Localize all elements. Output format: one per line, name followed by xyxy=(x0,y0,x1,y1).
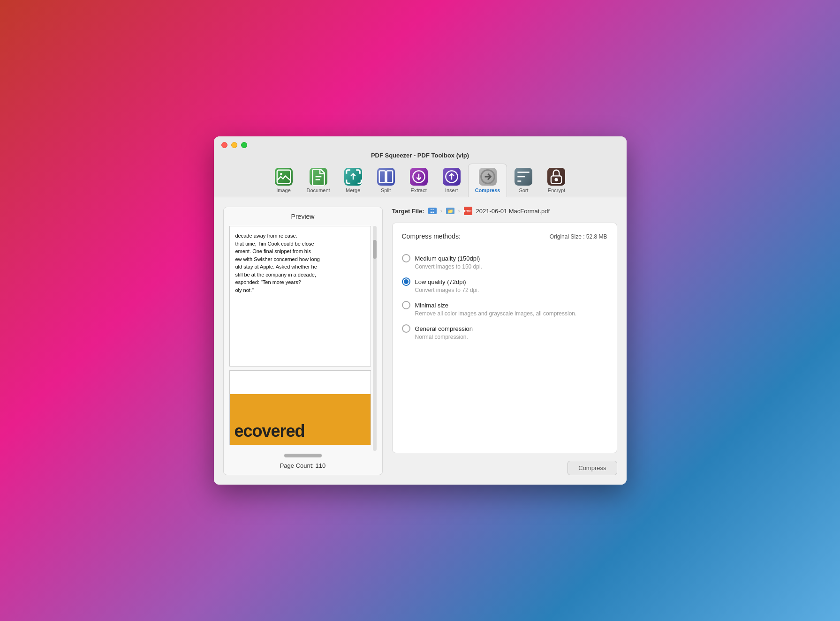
sort-icon xyxy=(515,168,532,186)
preview-page-1: decade away from release. that time, Tim… xyxy=(229,226,371,367)
toolbar-label-split: Split xyxy=(381,187,391,193)
toolbar-item-encrypt[interactable]: Encrypt xyxy=(540,164,573,197)
toolbar: Image Document Merge Split xyxy=(263,164,578,197)
svg-rect-0 xyxy=(277,170,290,184)
image-icon xyxy=(275,168,293,186)
preview-scroll-area: decade away from release. that time, Tim… xyxy=(229,226,371,451)
original-size-label: Original Size : 52.8 MB xyxy=(550,233,607,240)
radio-dot-low xyxy=(404,279,409,284)
document-icon xyxy=(310,168,327,186)
toolbar-label-insert: Insert xyxy=(445,187,458,193)
merge-icon xyxy=(344,168,362,186)
vertical-scrollbar[interactable] xyxy=(373,226,377,451)
radio-medium[interactable] xyxy=(402,254,410,262)
radio-option-minimal[interactable]: Minimal size Remove all color images and… xyxy=(402,301,607,317)
preview-text-line-3: ement. One final snippet from his xyxy=(235,247,365,255)
app-window: PDF Squeezer - PDF Toolbox (vip) Image D… xyxy=(214,136,627,485)
radio-label-minimal: Minimal size xyxy=(415,302,449,309)
preview-title: Preview xyxy=(291,213,315,220)
path-sep-2: › xyxy=(458,208,460,214)
radio-option-medium[interactable]: Medium quality (150dpi) Convert images t… xyxy=(402,254,607,270)
radio-low[interactable] xyxy=(402,277,410,286)
scrollbar-thumb[interactable] xyxy=(373,240,377,259)
compress-button[interactable]: Compress xyxy=(568,461,617,475)
fullscreen-button[interactable] xyxy=(241,142,247,148)
split-icon xyxy=(377,168,395,186)
titlebar: PDF Squeezer - PDF Toolbox (vip) Image D… xyxy=(214,136,627,197)
radio-minimal[interactable] xyxy=(402,301,410,309)
window-title: PDF Squeezer - PDF Toolbox (vip) xyxy=(371,152,469,159)
svg-point-14 xyxy=(555,179,558,181)
preview-page-2-yellow: ecovered xyxy=(230,394,371,445)
preview-text-line-8: oly not." xyxy=(235,286,365,294)
radio-option-low[interactable]: Low quality (72dpi) Convert images to 72… xyxy=(402,277,607,293)
traffic-lights xyxy=(221,142,247,148)
horizontal-scrollbar[interactable] xyxy=(284,454,322,457)
path-pdf-icon: PDF xyxy=(464,207,472,215)
compress-methods-box: Compress methods: Original Size : 52.8 M… xyxy=(392,223,617,453)
toolbar-item-sort[interactable]: Sort xyxy=(507,164,540,197)
toolbar-item-compress[interactable]: Compress xyxy=(468,164,507,197)
compress-button-row: Compress xyxy=(392,461,617,475)
svg-line-6 xyxy=(386,171,386,182)
compress-methods-title: Compress methods: xyxy=(402,232,461,240)
path-icon-2: 📁 xyxy=(446,208,454,214)
right-panel: Target File: ☷ › 📁 › PDF 2021-06-01 MacF… xyxy=(392,207,617,475)
toolbar-label-merge: Merge xyxy=(346,187,360,193)
preview-text-line-5: uld stay at Apple. Asked whether he xyxy=(235,263,365,271)
preview-text-line-6: still be at the company in a decade, xyxy=(235,271,365,279)
preview-text-line-2: that time, Tim Cook could be close xyxy=(235,240,365,248)
target-file-row: Target File: ☷ › 📁 › PDF 2021-06-01 MacF… xyxy=(392,207,617,215)
svg-point-1 xyxy=(280,173,282,175)
content-area: Preview decade away from release. that t… xyxy=(214,197,627,485)
toolbar-item-split[interactable]: Split xyxy=(370,164,402,197)
preview-text-line-1: decade away from release. xyxy=(235,232,365,240)
preview-page-2: ecovered xyxy=(229,370,371,445)
radio-label-low: Low quality (72dpi) xyxy=(415,278,466,285)
toolbar-label-sort: Sort xyxy=(519,187,528,193)
extract-icon xyxy=(410,168,428,186)
svg-rect-4 xyxy=(379,171,385,182)
encrypt-icon xyxy=(547,168,565,186)
toolbar-item-insert[interactable]: Insert xyxy=(435,164,468,197)
preview-pages-container: decade away from release. that time, Tim… xyxy=(229,226,377,451)
radio-desc-medium: Convert images to 150 dpi. xyxy=(415,263,607,270)
minimize-button[interactable] xyxy=(231,142,237,148)
preview-page-2-text: ecovered xyxy=(235,421,305,441)
radio-option-general[interactable]: General compression Normal compression. xyxy=(402,324,607,340)
target-filename: 2021-06-01 MacFormat.pdf xyxy=(476,208,550,215)
preview-text-line-4: ew with Swisher concerned how long xyxy=(235,255,365,263)
target-file-label: Target File: xyxy=(392,208,424,215)
toolbar-label-document: Document xyxy=(307,187,330,193)
toolbar-item-document[interactable]: Document xyxy=(300,164,337,197)
radio-label-medium: Medium quality (150dpi) xyxy=(415,255,480,262)
close-button[interactable] xyxy=(221,142,227,148)
radio-label-general: General compression xyxy=(415,325,473,332)
toolbar-item-image[interactable]: Image xyxy=(267,164,300,197)
toolbar-label-encrypt: Encrypt xyxy=(548,187,565,193)
radio-desc-low: Convert images to 72 dpi. xyxy=(415,287,607,293)
compress-icon xyxy=(479,168,497,186)
radio-desc-minimal: Remove all color images and grayscale im… xyxy=(415,310,607,317)
preview-page-2-white xyxy=(230,371,371,394)
svg-rect-5 xyxy=(386,171,393,182)
toolbar-label-image: Image xyxy=(276,187,291,193)
toolbar-label-compress: Compress xyxy=(475,187,500,193)
radio-desc-general: Normal compression. xyxy=(415,334,607,340)
path-sep-1: › xyxy=(440,208,442,214)
insert-icon xyxy=(443,168,461,186)
path-icon-1: ☷ xyxy=(428,208,437,214)
radio-general[interactable] xyxy=(402,324,410,333)
toolbar-item-merge[interactable]: Merge xyxy=(337,164,370,197)
toolbar-label-extract: Extract xyxy=(411,187,427,193)
preview-panel: Preview decade away from release. that t… xyxy=(223,207,383,475)
page-count: Page Count: 110 xyxy=(280,462,326,469)
preview-text-line-7: esponded: "Ten more years? xyxy=(235,278,365,286)
toolbar-item-extract[interactable]: Extract xyxy=(402,164,435,197)
